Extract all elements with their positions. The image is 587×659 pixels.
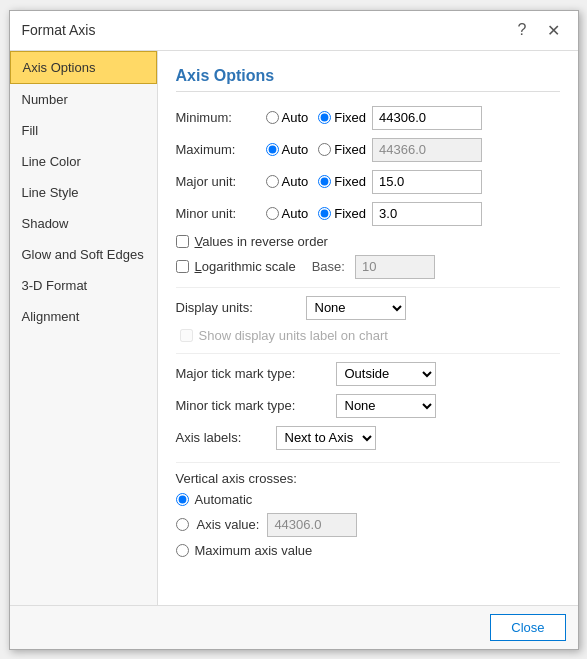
close-button[interactable]: Close [490, 614, 565, 641]
vert-crosses-title: Vertical axis crosses: [176, 471, 560, 486]
major-unit-fixed-radio[interactable] [318, 175, 331, 188]
major-unit-fixed-option[interactable]: Fixed [318, 174, 366, 189]
minor-unit-row: Minor unit: Auto Fixed [176, 202, 560, 226]
section-title: Axis Options [176, 67, 560, 92]
minor-unit-radio-group: Auto Fixed [266, 206, 373, 221]
dialog-footer: Close [10, 605, 578, 649]
sidebar-item-number[interactable]: Number [10, 84, 157, 115]
minor-unit-auto-option[interactable]: Auto [266, 206, 309, 221]
log-scale-row: Logarithmic scale Base: [176, 255, 560, 279]
minor-tick-row: Minor tick mark type: None Inside Outsid… [176, 394, 560, 418]
title-bar-actions: ? ✕ [512, 19, 566, 42]
maximum-row: Maximum: Auto Fixed [176, 138, 560, 162]
base-value-input[interactable] [355, 255, 435, 279]
show-units-label: Show display units label on chart [199, 328, 388, 343]
minor-tick-label: Minor tick mark type: [176, 398, 336, 413]
values-reverse-checkbox[interactable] [176, 235, 189, 248]
format-axis-dialog: Format Axis ? ✕ Axis Options Number Fill… [9, 10, 579, 650]
major-tick-row: Major tick mark type: None Outside Insid… [176, 362, 560, 386]
display-units-label: Display units: [176, 300, 306, 315]
major-unit-auto-radio[interactable] [266, 175, 279, 188]
vert-axis-value-option: Axis value: [176, 513, 560, 537]
maximum-value-input[interactable] [372, 138, 482, 162]
sidebar-item-line-color[interactable]: Line Color [10, 146, 157, 177]
maximum-radio-group: Auto Fixed [266, 142, 373, 157]
minimum-auto-option[interactable]: Auto [266, 110, 309, 125]
dialog-title: Format Axis [22, 22, 96, 38]
base-label: Base: [312, 259, 345, 274]
vertical-axis-crosses: Vertical axis crosses: Automatic Axis va… [176, 471, 560, 558]
display-units-select[interactable]: None Hundreds Thousands Millions Billion… [306, 296, 406, 320]
minor-unit-fixed-option[interactable]: Fixed [318, 206, 366, 221]
sidebar-item-shadow[interactable]: Shadow [10, 208, 157, 239]
minor-unit-value-input[interactable] [372, 202, 482, 226]
vert-axis-value-input[interactable] [267, 513, 357, 537]
help-button[interactable]: ? [512, 19, 533, 41]
minimum-auto-radio[interactable] [266, 111, 279, 124]
vert-max-axis-option: Maximum axis value [176, 543, 560, 558]
sidebar-item-glow-soft-edges[interactable]: Glow and Soft Edges [10, 239, 157, 270]
major-tick-select[interactable]: None Outside Inside Cross [336, 362, 436, 386]
minor-tick-select[interactable]: None Inside Outside Cross [336, 394, 436, 418]
major-unit-auto-option[interactable]: Auto [266, 174, 309, 189]
minor-unit-auto-radio[interactable] [266, 207, 279, 220]
vert-automatic-radio[interactable] [176, 493, 189, 506]
vert-max-axis-label[interactable]: Maximum axis value [195, 543, 313, 558]
values-reverse-row: Values in reverse order [176, 234, 560, 249]
show-units-row: Show display units label on chart [180, 328, 560, 343]
axis-labels-row: Axis labels: None Next to Axis High Low [176, 426, 560, 450]
major-tick-label: Major tick mark type: [176, 366, 336, 381]
major-unit-radio-group: Auto Fixed [266, 174, 373, 189]
axis-labels-select[interactable]: None Next to Axis High Low [276, 426, 376, 450]
minimum-value-input[interactable] [372, 106, 482, 130]
title-bar: Format Axis ? ✕ [10, 11, 578, 51]
major-unit-value-input[interactable] [372, 170, 482, 194]
display-units-row: Display units: None Hundreds Thousands M… [176, 296, 560, 320]
close-x-button[interactable]: ✕ [541, 19, 566, 42]
dialog-content: Axis Options Number Fill Line Color Line… [10, 51, 578, 605]
minor-unit-fixed-radio[interactable] [318, 207, 331, 220]
vert-axis-value-label[interactable]: Axis value: [197, 517, 260, 532]
vert-axis-value-radio[interactable] [176, 518, 189, 531]
show-units-checkbox[interactable] [180, 329, 193, 342]
sidebar-item-axis-options[interactable]: Axis Options [10, 51, 157, 84]
minimum-label: Minimum: [176, 110, 266, 125]
maximum-fixed-radio[interactable] [318, 143, 331, 156]
minimum-radio-group: Auto Fixed [266, 110, 373, 125]
major-unit-label: Major unit: [176, 174, 266, 189]
log-scale-label[interactable]: Logarithmic scale [195, 259, 296, 274]
minimum-fixed-option[interactable]: Fixed [318, 110, 366, 125]
vert-max-axis-radio[interactable] [176, 544, 189, 557]
values-reverse-label[interactable]: Values in reverse order [195, 234, 328, 249]
sidebar-item-line-style[interactable]: Line Style [10, 177, 157, 208]
minimum-row: Minimum: Auto Fixed [176, 106, 560, 130]
sidebar-item-fill[interactable]: Fill [10, 115, 157, 146]
vert-automatic-label[interactable]: Automatic [195, 492, 253, 507]
sidebar-item-3d-format[interactable]: 3-D Format [10, 270, 157, 301]
sidebar-item-alignment[interactable]: Alignment [10, 301, 157, 332]
maximum-auto-option[interactable]: Auto [266, 142, 309, 157]
main-panel: Axis Options Minimum: Auto Fixed [158, 51, 578, 605]
maximum-fixed-option[interactable]: Fixed [318, 142, 366, 157]
major-unit-row: Major unit: Auto Fixed [176, 170, 560, 194]
vert-automatic-option: Automatic [176, 492, 560, 507]
maximum-label: Maximum: [176, 142, 266, 157]
minor-unit-label: Minor unit: [176, 206, 266, 221]
sidebar: Axis Options Number Fill Line Color Line… [10, 51, 158, 605]
axis-labels-label: Axis labels: [176, 430, 276, 445]
log-scale-checkbox[interactable] [176, 260, 189, 273]
maximum-auto-radio[interactable] [266, 143, 279, 156]
minimum-fixed-radio[interactable] [318, 111, 331, 124]
